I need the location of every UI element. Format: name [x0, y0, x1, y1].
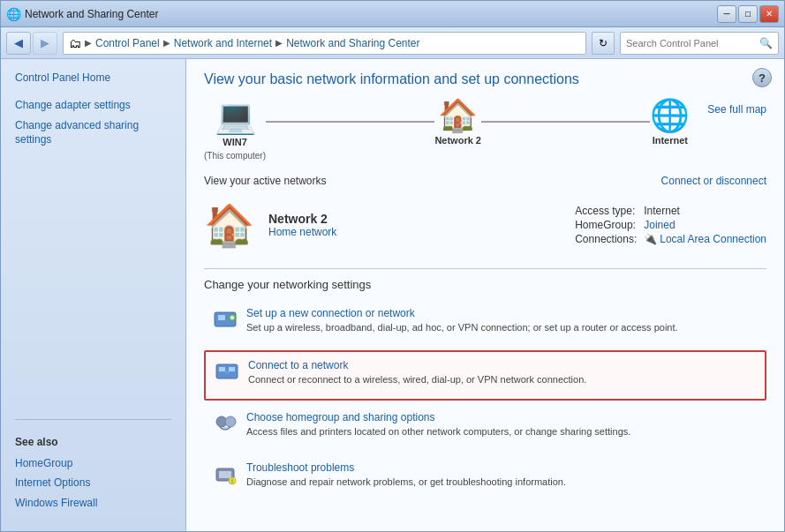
settings-title: Change your networking settings: [204, 278, 766, 291]
setting-item-2[interactable]: Choose homegroup and sharing options Acc…: [204, 404, 766, 451]
sidebar: Control Panel Home Change adapter settin…: [1, 59, 186, 531]
search-icon[interactable]: 🔍: [759, 37, 773, 49]
line-1: [266, 121, 434, 123]
setting-item-1[interactable]: Connect to a network Connect or reconnec…: [204, 350, 766, 401]
svg-point-9: [225, 416, 236, 427]
maximize-button[interactable]: □: [738, 5, 758, 23]
window-buttons: ─ □ ✕: [717, 5, 779, 23]
refresh-button[interactable]: ↻: [592, 32, 615, 55]
node-internet-label: Internet: [653, 135, 688, 146]
address-path[interactable]: 🗂 ▶ Control Panel ▶ Network and Internet…: [63, 32, 586, 55]
address-bar: ◀ ▶ 🗂 ▶ Control Panel ▶ Network and Inte…: [1, 27, 784, 59]
breadcrumb-sep-2: ▶: [276, 38, 283, 48]
network-details: Access type: Internet HomeGroup: Joined …: [575, 205, 766, 245]
window-title: Network and Sharing Center: [25, 8, 158, 20]
connections-label: Connections:: [575, 233, 637, 245]
active-networks-header: View your active networks Connect or dis…: [204, 175, 766, 187]
svg-rect-1: [218, 315, 225, 320]
search-input[interactable]: [626, 38, 759, 49]
network-house-icon: 🏠: [204, 201, 254, 249]
svg-rect-7: [229, 367, 235, 371]
computer-icon: 💻: [215, 100, 256, 133]
nav-buttons: ◀ ▶: [6, 32, 57, 55]
content-title: View your basic network information and …: [204, 71, 766, 87]
setting-text-2: Choose homegroup and sharing options Acc…: [246, 411, 630, 438]
node-internet: 🌐 Internet: [650, 100, 690, 146]
setting-link-3[interactable]: Troubleshoot problems: [246, 461, 566, 474]
setting-desc-3: Diagnose and repair network problems, or…: [246, 476, 566, 489]
setting-link-1[interactable]: Connect to a network: [248, 359, 586, 371]
main-area: Control Panel Home Change adapter settin…: [1, 59, 784, 531]
see-full-map-link[interactable]: See full map: [707, 100, 766, 116]
setting-item-3[interactable]: ! Troubleshoot problems Diagnose and rep…: [204, 454, 766, 501]
svg-rect-11: [219, 471, 231, 478]
homegroup-value[interactable]: Joined: [644, 219, 766, 231]
network-diagram: 💻 WIN7 (This computer) 🏠 Network 2 🌐 Int…: [204, 100, 766, 161]
setting-desc-1: Connect or reconnect to a wireless, wire…: [248, 373, 586, 386]
network-name-box: Network 2 Home network: [268, 212, 336, 238]
sidebar-link-home[interactable]: Control Panel Home: [1, 68, 185, 88]
sidebar-link-sharing[interactable]: Change advanced sharing settings: [1, 116, 185, 151]
content-area: ? View your basic network information an…: [186, 59, 784, 531]
connect-disconnect-link[interactable]: Connect or disconnect: [661, 175, 766, 187]
setting-text-3: Troubleshoot problems Diagnose and repai…: [246, 461, 566, 489]
search-box[interactable]: 🔍: [620, 32, 779, 55]
house-icon: 🏠: [438, 100, 478, 131]
close-button[interactable]: ✕: [759, 5, 779, 23]
connections-value[interactable]: Local Area Connection: [660, 233, 766, 245]
setting-icon-3: !: [213, 463, 238, 494]
node-network: 🏠 Network 2: [434, 100, 481, 146]
minimize-button[interactable]: ─: [717, 5, 736, 23]
node-computer-sublabel: (This computer): [204, 151, 266, 161]
line-2: [481, 121, 650, 123]
help-button[interactable]: ?: [752, 68, 772, 87]
active-networks-label: View your active networks: [204, 175, 327, 187]
title-bar-left: 🌐 Network and Sharing Center: [6, 7, 158, 21]
node-computer-label: WIN7: [223, 137, 247, 147]
setting-desc-2: Access files and printers located on oth…: [246, 425, 630, 438]
sidebar-see-also: See also HomeGroup Internet Options Wind…: [1, 427, 185, 522]
access-type-value: Internet: [644, 205, 766, 217]
network-type-link[interactable]: Home network: [268, 226, 336, 238]
back-button[interactable]: ◀: [6, 32, 31, 55]
sidebar-link-adapter[interactable]: Change adapter settings: [1, 95, 185, 116]
setting-icon-2: [213, 413, 238, 444]
setting-item-0[interactable]: Set up a new connection or network Set u…: [204, 300, 766, 347]
setting-icon-1: [215, 361, 239, 392]
svg-text:!: !: [231, 478, 233, 484]
node-network-label: Network 2: [434, 135, 481, 146]
main-window: 🌐 Network and Sharing Center ─ □ ✕ ◀ ▶ 🗂…: [0, 0, 785, 532]
globe-icon: 🌐: [650, 100, 690, 131]
section-divider: [204, 268, 766, 269]
homegroup-label: HomeGroup:: [575, 219, 637, 231]
setting-desc-0: Set up a wireless, broadband, dial-up, a…: [246, 321, 678, 334]
setting-text-1: Connect to a network Connect or reconnec…: [248, 359, 586, 386]
breadcrumb-icon: 🗂: [69, 36, 81, 50]
sidebar-link-firewall[interactable]: Windows Firewall: [15, 493, 171, 513]
breadcrumb-network-internet[interactable]: Network and Internet: [174, 37, 272, 49]
access-type-label: Access type:: [575, 205, 637, 217]
node-computer: 💻 WIN7 (This computer): [204, 100, 266, 161]
svg-rect-6: [219, 367, 225, 371]
setting-link-0[interactable]: Set up a new connection or network: [246, 307, 678, 319]
breadcrumb-sep-0: ▶: [85, 38, 92, 48]
connection-icon: 🔌: [644, 233, 657, 245]
forward-button[interactable]: ▶: [33, 32, 57, 55]
breadcrumb-current[interactable]: Network and Sharing Center: [286, 37, 419, 49]
sidebar-divider: [15, 419, 171, 420]
setting-icon-0: [213, 309, 238, 340]
network-info-box: 🏠 Network 2 Home network Access type: In…: [204, 194, 766, 256]
title-bar: 🌐 Network and Sharing Center ─ □ ✕: [1, 1, 784, 27]
network-name: Network 2: [268, 212, 336, 226]
setting-text-0: Set up a new connection or network Set u…: [246, 307, 678, 334]
sidebar-link-homegroup[interactable]: HomeGroup: [15, 453, 171, 474]
setting-link-2[interactable]: Choose homegroup and sharing options: [246, 411, 630, 423]
breadcrumb-sep-1: ▶: [163, 38, 170, 48]
see-also-title: See also: [15, 436, 171, 448]
breadcrumb-control-panel[interactable]: Control Panel: [95, 37, 160, 49]
sidebar-link-internet-options[interactable]: Internet Options: [15, 473, 171, 493]
